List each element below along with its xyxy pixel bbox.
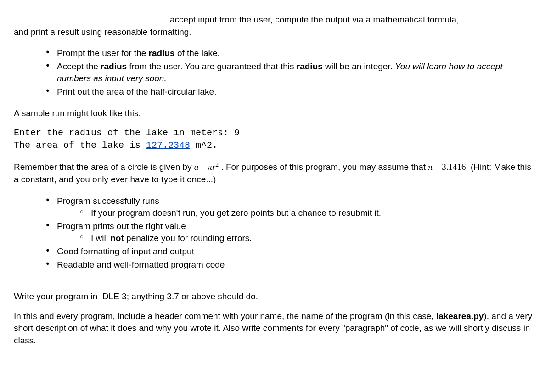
step-item-1: Prompt the user for the radius of the la… <box>46 47 537 60</box>
remember-paragraph: Remember that the area of a circle is gi… <box>14 161 537 186</box>
criteria-item-3: Good formatting of input and output <box>46 246 537 258</box>
criteria-sublist-2: I will not penalize you for rounding err… <box>80 232 537 245</box>
intro-line2: and print a result using reasonable form… <box>14 27 191 37</box>
criteria-subitem-2: I will not penalize you for rounding err… <box>80 232 537 245</box>
criteria-subitem-1: If your program doesn't run, you get zer… <box>80 207 537 219</box>
code-sample: Enter the radius of the lake in meters: … <box>14 127 537 151</box>
criteria-item-4: Readable and well-formatted program code <box>46 259 537 271</box>
criteria-sublist-1: If your program doesn't run, you get zer… <box>80 207 537 219</box>
code-line-2b: m^2. <box>190 140 218 151</box>
closing-p1: Write your program in IDLE 3; anything 3… <box>14 291 537 303</box>
intro-paragraph: accept input from the user, compute the … <box>14 14 537 38</box>
sample-intro: A sample run might look like this: <box>14 107 537 120</box>
code-line-1: Enter the radius of the lake in meters: … <box>14 128 240 138</box>
criteria-list: Program successfully runs If your progra… <box>46 195 537 271</box>
steps-list: Prompt the user for the radius of the la… <box>46 47 537 98</box>
intro-line1: accept input from the user, compute the … <box>14 14 459 26</box>
closing-p2: In this and every program, include a hea… <box>14 310 537 347</box>
criteria-item-2: Program prints out the right value I wil… <box>46 220 537 245</box>
step-item-2: Accept the radius from the user. You are… <box>46 61 537 85</box>
step-item-3: Print out the area of the half-circular … <box>46 86 537 98</box>
criteria-item-1: Program successfully runs If your progra… <box>46 195 537 219</box>
code-line-2a: The area of the lake is <box>14 140 146 151</box>
code-value-link[interactable]: 127.2348 <box>146 140 190 151</box>
divider <box>14 280 537 280</box>
